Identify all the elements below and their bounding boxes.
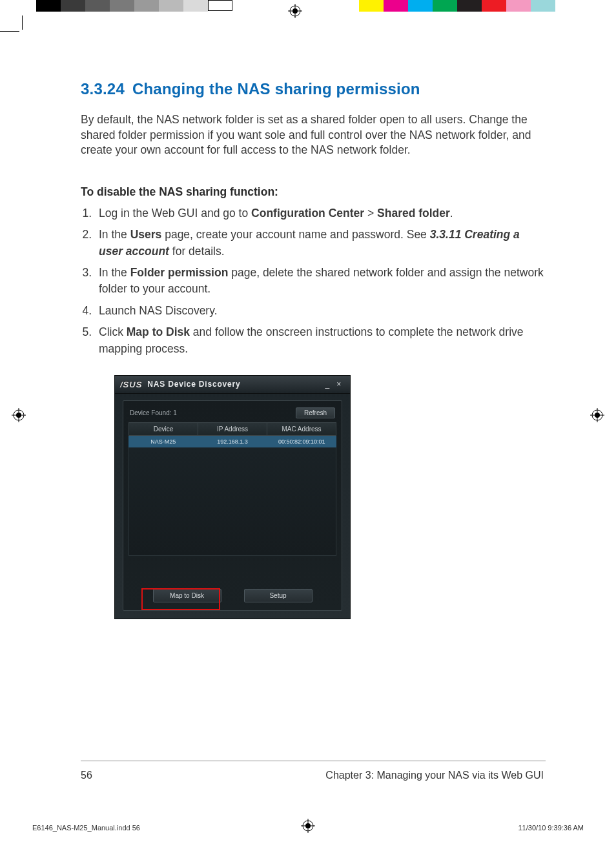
screenshot-nas-discovery: /SUS NAS Device Discovery _ × Device Fou… [114, 375, 351, 619]
th-ip: IP Address [198, 422, 267, 436]
registration-mark-icon [590, 408, 604, 422]
printer-colorbar [0, 0, 616, 12]
content-block: 3.3.24Changing the NAS sharing permissio… [81, 80, 546, 619]
registration-mark-icon [288, 4, 302, 18]
th-mac: MAC Address [267, 422, 336, 436]
registration-mark-icon [301, 819, 315, 833]
refresh-button[interactable]: Refresh [296, 407, 335, 418]
window-title: NAS Device Discovery [147, 380, 322, 389]
page-root: 3.3.24Changing the NAS sharing permissio… [0, 0, 616, 851]
step-1: Log in the Web GUI and go to Configurati… [95, 205, 546, 221]
cell-mac: 00:50:82:09:10:01 [267, 436, 336, 447]
window-titlebar: /SUS NAS Device Discovery _ × [115, 376, 350, 394]
table-row[interactable]: NAS-M25 192.168.1.3 00:50:82:09:10:01 [128, 436, 336, 447]
registration-mark-icon [12, 408, 26, 422]
cell-ip: 192.168.1.3 [198, 436, 267, 447]
step-2: In the Users page, create your account n… [95, 227, 546, 260]
page-number: 56 [81, 770, 92, 781]
table-body-empty [128, 447, 336, 556]
step-4: Launch NAS Discovery. [95, 303, 546, 319]
chapter-label: Chapter 3: Managing your NAS via its Web… [325, 770, 544, 781]
table-header: Device IP Address MAC Address [128, 422, 336, 436]
steps-list: Log in the Web GUI and go to Configurati… [81, 205, 546, 357]
minimize-button[interactable]: _ [322, 380, 333, 389]
brand-logo: /SUS [120, 380, 142, 389]
setup-button[interactable]: Setup [244, 589, 313, 602]
section-heading: 3.3.24Changing the NAS sharing permissio… [81, 80, 546, 98]
step-3: In the Folder permission page, delete th… [95, 265, 546, 298]
footer-rule [81, 761, 546, 761]
highlight-box [141, 588, 220, 610]
section-number: 3.3.24 [81, 80, 125, 98]
slug-filename: E6146_NAS-M25_Manual.indd 56 [32, 824, 140, 832]
close-button[interactable]: × [333, 380, 345, 389]
section-title: Changing the NAS sharing permission [132, 80, 420, 97]
step-5: Click Map to Disk and follow the onscree… [95, 324, 546, 357]
intro-paragraph: By default, the NAS network folder is se… [81, 112, 533, 158]
device-found-label: Device Found: 1 [130, 409, 177, 416]
slug-timestamp: 11/30/10 9:39:36 AM [518, 824, 584, 832]
th-device: Device [128, 422, 198, 436]
cell-device: NAS-M25 [128, 436, 198, 447]
subheading: To disable the NAS sharing function: [81, 185, 546, 199]
